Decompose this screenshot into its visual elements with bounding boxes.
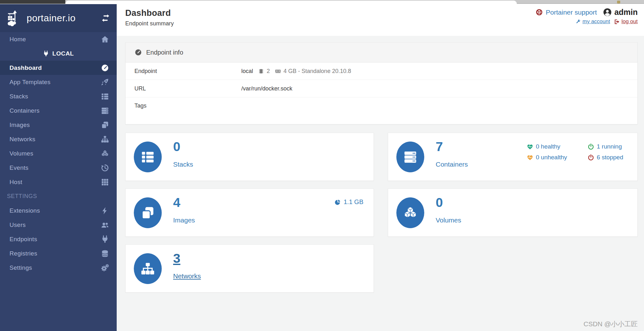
- volumes-label[interactable]: Volumes: [436, 216, 461, 224]
- portainer-logo-icon: [6, 10, 24, 26]
- unhealthy-status-label: 0 unhealthy: [536, 154, 567, 161]
- sign-out-icon: [614, 19, 620, 25]
- life-ring-icon: [536, 9, 543, 16]
- power-icon: [588, 154, 594, 161]
- sidebar-item-label: Dashboard: [10, 64, 42, 71]
- power-icon: [588, 143, 594, 150]
- sidebar-item-label: Extensions: [10, 207, 40, 214]
- memory-icon: [275, 68, 281, 74]
- memory-and-engine: 4 GB - Standalone 20.10.8: [283, 68, 351, 75]
- sidebar-item-volumes[interactable]: Volumes: [0, 146, 117, 161]
- sidebar-item-label: Volumes: [10, 150, 33, 157]
- endpoint-group-label: LOCAL: [52, 50, 74, 57]
- stacks-card[interactable]: 0 Stacks: [125, 133, 374, 181]
- containers-count[interactable]: 7: [436, 140, 443, 153]
- sidebar-item-settings[interactable]: Settings: [0, 261, 117, 275]
- sitemap-icon: [101, 135, 109, 143]
- tags-row: Tags: [126, 97, 637, 124]
- sidebar-item-stacks[interactable]: Stacks: [0, 89, 117, 103]
- sidebar-item-label: Containers: [10, 107, 40, 114]
- main-area: Dashboard Endpoint summary Portainer sup…: [117, 4, 644, 331]
- endpoint-row: Endpoint local 2 4 GB - Standalone 20.10…: [126, 63, 637, 80]
- sidebar-item-users[interactable]: Users: [0, 218, 117, 232]
- sidebar-item-label: Endpoints: [10, 236, 37, 243]
- sidebar-item-app-templates[interactable]: App Templates: [0, 75, 117, 89]
- images-badge: [134, 197, 162, 228]
- sidebar-item-label: Images: [10, 122, 30, 129]
- endpoint-info-header: Endpoint info: [126, 43, 637, 63]
- sidebar-item-label: Settings: [10, 264, 32, 271]
- brand-name: portainer.io: [27, 13, 75, 23]
- unhealthy-status: 0 unhealthy: [527, 154, 588, 161]
- sidebar: portainer.io Home LOCAL Dashboard App Te…: [0, 4, 117, 331]
- sidebar-item-extensions[interactable]: Extensions: [0, 203, 117, 218]
- sidebar-logo-row[interactable]: portainer.io: [0, 4, 117, 32]
- healthy-status-label: 0 healthy: [536, 143, 560, 150]
- home-icon: [101, 35, 109, 43]
- sidebar-item-images[interactable]: Images: [0, 118, 117, 132]
- sidebar-item-registries[interactable]: Registries: [0, 246, 117, 261]
- log-out-label: log out: [621, 18, 638, 25]
- containers-label[interactable]: Containers: [436, 161, 468, 168]
- users-icon: [101, 221, 109, 229]
- page-title: Dashboard: [125, 8, 174, 18]
- sidebar-item-label: App Templates: [10, 79, 50, 86]
- browser-chrome-dark-segment: [0, 0, 65, 4]
- images-label[interactable]: Images: [173, 216, 195, 224]
- tags-row-label: Tags: [134, 103, 241, 109]
- container-statuses: 0 healthy 1 running 0 unhealthy 6 stoppe…: [527, 143, 623, 161]
- sitemap-icon: [140, 261, 155, 276]
- support-label: Portainer support: [546, 9, 597, 16]
- cubes-icon: [403, 206, 418, 220]
- user-circle-icon: [603, 8, 612, 17]
- cubes-icon: [101, 149, 109, 158]
- images-count[interactable]: 4: [173, 196, 180, 209]
- list-icon: [140, 150, 155, 164]
- sidebar-item-containers[interactable]: Containers: [0, 103, 117, 118]
- watermark: CSDN @小小工匠: [583, 320, 638, 328]
- stopped-status: 6 stopped: [588, 154, 623, 161]
- networks-label[interactable]: Networks: [173, 272, 201, 280]
- gauge-icon: [101, 64, 109, 72]
- running-status-label: 1 running: [597, 143, 622, 150]
- list-icon: [101, 92, 109, 101]
- sidebar-item-endpoints[interactable]: Endpoints: [0, 232, 117, 246]
- database-icon: [101, 249, 109, 258]
- networks-card[interactable]: 3 Networks: [125, 244, 374, 293]
- sidebar-item-label: Users: [10, 222, 26, 228]
- history-icon: [101, 164, 109, 172]
- networks-count[interactable]: 3: [173, 252, 180, 265]
- wrench-icon: [575, 19, 581, 24]
- sidebar-item-label: Networks: [10, 136, 36, 143]
- containers-card[interactable]: 7 Containers 0 healthy 1 running 0 unhea…: [388, 133, 638, 181]
- endpoint-info-panel: Endpoint info Endpoint local 2 4 GB - St…: [125, 42, 638, 124]
- my-account-link[interactable]: my account: [575, 18, 610, 25]
- sidebar-toggle-exchange-icon[interactable]: [101, 13, 110, 23]
- sidebar-endpoint-group: LOCAL: [0, 46, 117, 61]
- running-status: 1 running: [588, 143, 623, 150]
- sidebar-item-networks[interactable]: Networks: [0, 132, 117, 146]
- volumes-count[interactable]: 0: [436, 196, 443, 209]
- portainer-support-link[interactable]: Portainer support: [536, 9, 597, 16]
- plug-icon: [101, 235, 109, 243]
- stacks-label[interactable]: Stacks: [173, 161, 193, 168]
- sidebar-item-label: Events: [10, 164, 29, 171]
- cpu-count: 2: [267, 68, 270, 75]
- sidebar-item-dashboard[interactable]: Dashboard: [0, 61, 117, 75]
- portainer-dashboard-screen: portainer.io Home LOCAL Dashboard App Te…: [0, 0, 644, 331]
- stacks-count[interactable]: 0: [173, 140, 180, 153]
- sidebar-item-events[interactable]: Events: [0, 161, 117, 175]
- volumes-card[interactable]: 0 Volumes: [388, 189, 638, 237]
- clone-icon: [140, 206, 155, 220]
- server-icon: [101, 107, 109, 115]
- sidebar-item-home[interactable]: Home: [0, 32, 117, 46]
- stacks-badge: [134, 142, 162, 172]
- endpoint-name: local: [241, 68, 253, 75]
- networks-badge: [134, 253, 162, 284]
- log-out-link[interactable]: log out: [614, 18, 638, 25]
- images-card[interactable]: 4 Images 1.1 GB: [125, 189, 374, 237]
- url-row: URL /var/run/docker.sock: [126, 80, 637, 97]
- sidebar-item-host[interactable]: Host: [0, 175, 117, 189]
- endpoint-row-label: Endpoint: [134, 68, 241, 75]
- images-total-size: 1.1 GB: [335, 198, 363, 206]
